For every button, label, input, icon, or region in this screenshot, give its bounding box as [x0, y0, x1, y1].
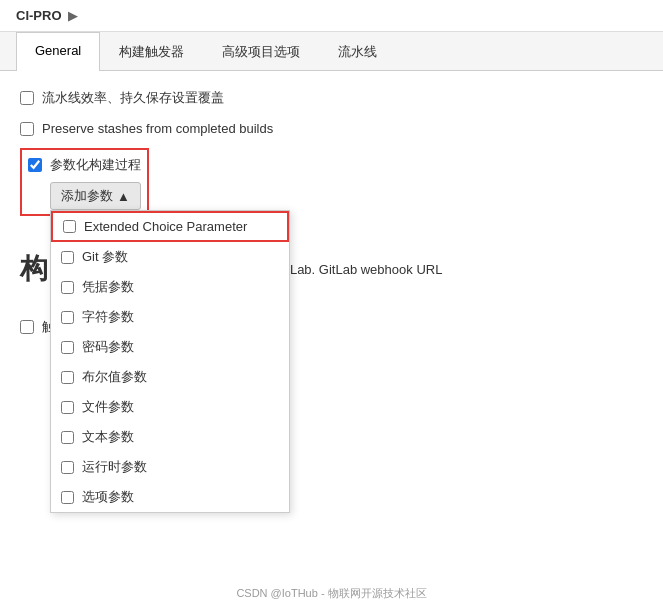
main-content: General 构建触发器 高级项目选项 流水线 流水线效率、持久保存设置覆盖 … [0, 32, 663, 609]
add-param-button[interactable]: 添加参数 ▲ [50, 182, 141, 210]
section-heading: 构 [20, 250, 48, 288]
dropdown-item-7[interactable]: 文本参数 [51, 422, 289, 452]
dropdown-checkbox-5[interactable] [61, 371, 74, 384]
dropdown-label-0: Extended Choice Parameter [84, 219, 247, 234]
checkbox-parameterized-build[interactable] [28, 158, 42, 172]
label-preserve-stashes: Preserve stashes from completed builds [42, 121, 273, 136]
add-param-dropdown-container: 添加参数 ▲ Extended Choice Parameter Git 参数 [50, 182, 141, 210]
label-pipeline-efficiency: 流水线效率、持久保存设置覆盖 [42, 89, 224, 107]
dropdown-checkbox-0[interactable] [63, 220, 76, 233]
tab-build-trigger[interactable]: 构建触发器 [100, 32, 203, 71]
dropdown-label-5: 布尔值参数 [82, 368, 147, 386]
tab-pipeline[interactable]: 流水线 [319, 32, 396, 71]
dropdown-checkbox-3[interactable] [61, 311, 74, 324]
tabs-bar: General 构建触发器 高级项目选项 流水线 [0, 32, 663, 71]
dropdown-checkbox-1[interactable] [61, 251, 74, 264]
dropdown-checkbox-4[interactable] [61, 341, 74, 354]
add-param-arrow: ▲ [117, 189, 130, 204]
dropdown-item-6[interactable]: 文件参数 [51, 392, 289, 422]
checkbox-remote-build[interactable] [20, 320, 34, 334]
add-param-label: 添加参数 [61, 187, 113, 205]
dropdown-label-4: 密码参数 [82, 338, 134, 356]
top-bar: CI-PRO ▶ [0, 0, 663, 32]
checkbox-row-2: Preserve stashes from completed builds [20, 119, 643, 138]
dropdown-label-3: 字符参数 [82, 308, 134, 326]
dropdown-label-7: 文本参数 [82, 428, 134, 446]
dropdown-checkbox-9[interactable] [61, 491, 74, 504]
dropdown-item-5[interactable]: 布尔值参数 [51, 362, 289, 392]
content-area: 流水线效率、持久保存设置覆盖 Preserve stashes from com… [0, 71, 663, 609]
dropdown-item-3[interactable]: 字符参数 [51, 302, 289, 332]
dropdown-checkbox-8[interactable] [61, 461, 74, 474]
dropdown-checkbox-7[interactable] [61, 431, 74, 444]
dropdown-label-8: 运行时参数 [82, 458, 147, 476]
label-parameterized-build: 参数化构建过程 [50, 156, 141, 174]
dropdown-label-9: 选项参数 [82, 488, 134, 506]
project-name: CI-PRO [16, 8, 62, 23]
dropdown-item-9[interactable]: 选项参数 [51, 482, 289, 512]
tab-general[interactable]: General [16, 32, 100, 71]
dropdown-menu: Extended Choice Parameter Git 参数 凭据参数 [50, 210, 290, 513]
watermark: CSDN @IoTHub - 物联网开源技术社区 [236, 586, 426, 601]
dropdown-item-8[interactable]: 运行时参数 [51, 452, 289, 482]
dropdown-checkbox-6[interactable] [61, 401, 74, 414]
checkbox-preserve-stashes[interactable] [20, 122, 34, 136]
dropdown-checkbox-2[interactable] [61, 281, 74, 294]
dropdown-label-1: Git 参数 [82, 248, 128, 266]
dropdown-item-2[interactable]: 凭据参数 [51, 272, 289, 302]
dropdown-item-4[interactable]: 密码参数 [51, 332, 289, 362]
dropdown-item-1[interactable]: Git 参数 [51, 242, 289, 272]
dropdown-label-6: 文件参数 [82, 398, 134, 416]
checkbox-pipeline-efficiency[interactable] [20, 91, 34, 105]
checkbox-row-3: 参数化构建过程 [28, 154, 141, 176]
highlighted-section: 参数化构建过程 添加参数 ▲ Extended Choice Parameter [20, 148, 149, 216]
dropdown-label-2: 凭据参数 [82, 278, 134, 296]
dropdown-item-0[interactable]: Extended Choice Parameter [51, 211, 289, 242]
checkbox-row-1: 流水线效率、持久保存设置覆盖 [20, 87, 643, 109]
tab-advanced[interactable]: 高级项目选项 [203, 32, 319, 71]
breadcrumb-arrow: ▶ [68, 8, 78, 23]
